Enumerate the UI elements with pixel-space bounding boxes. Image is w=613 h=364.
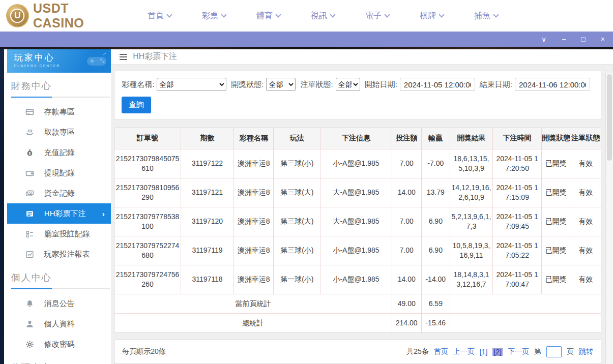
summary-amount: 214.00 [392, 313, 421, 332]
column-header: 下注時間 [493, 128, 542, 149]
table-row: 2152173079778538100 31197120 澳洲幸运8 第三球(大… [114, 207, 601, 236]
lottery-list-icon [25, 209, 34, 218]
cell-order-status: 有效 [570, 207, 601, 236]
nav-item-electronic[interactable]: 電子 [365, 11, 389, 21]
cell-win-loss: 13.79 [421, 178, 450, 207]
cell-order-no: 2152173079724756260 [114, 265, 181, 294]
gear-icon [25, 340, 34, 349]
pagination-controls: 共25条 首页 上一页 [1] [2] 下一页 第 页 跳转 [406, 346, 593, 357]
total-count-text: 共25条 [406, 347, 429, 356]
main-area: HH彩票下注 彩種名稱: 全部 開獎狀態: 全部 注單狀態: 全部 [111, 49, 613, 364]
nav-item-label: 首頁 [148, 11, 164, 21]
filter-panel: 彩種名稱: 全部 開獎狀態: 全部 注單狀態: 全部 開始日期: 結束日期: [114, 71, 601, 120]
sidebar-item-player-bet-report[interactable]: 玩家投注報表 [7, 244, 111, 264]
nav-item-fishing[interactable]: 捕魚 [474, 11, 498, 21]
cell-order-no: 2152173079778538100 [114, 207, 181, 236]
cell-period: 31197122 [181, 149, 233, 178]
hamburger-menu-icon[interactable] [120, 54, 127, 60]
nav-item-boardgames[interactable]: 棋牌 [420, 11, 444, 21]
nav-item-label: 棋牌 [420, 11, 436, 21]
table-row: 2152173079752274680 31197119 澳洲幸运8 第三球(小… [114, 236, 601, 265]
collapse-button[interactable]: ∨ [541, 36, 546, 43]
maximize-button[interactable]: □ [581, 36, 585, 43]
jump-page-input[interactable] [546, 346, 562, 357]
minimize-button[interactable]: − [562, 36, 566, 43]
cell-period: 31197120 [181, 207, 233, 236]
page-1-link[interactable]: [1] [480, 348, 488, 356]
summary-label: 當前頁統計 [114, 294, 392, 313]
cell-lottery: 澳洲幸运8 [234, 236, 274, 265]
nav-item-video[interactable]: 視訊 [311, 11, 335, 21]
sidebar-item-hh-lottery-bets[interactable]: HH彩票下注 › [7, 203, 111, 224]
cell-bet-time: 2024-11-05 17:09:45 [493, 207, 542, 236]
end-date-label: 結束日期: [480, 80, 512, 89]
order-status-label: 注單狀態: [300, 80, 333, 89]
prev-page-link[interactable]: 上一页 [453, 347, 475, 356]
sidebar-item-profile[interactable]: 個人資料 [7, 314, 111, 334]
cell-play: 第三球(大) [274, 207, 320, 236]
sidebar-item-label: 修改密碼 [44, 340, 75, 349]
draw-status-select[interactable]: 全部 [266, 78, 296, 91]
sidebar-item-withdrawal-records[interactable]: 提現記錄 [7, 163, 111, 183]
column-header: 期數 [181, 128, 233, 149]
section-divider [11, 97, 110, 98]
coin-logo-icon: U [6, 4, 29, 27]
column-header: 下注信息 [320, 128, 392, 149]
sidebar-item-change-password[interactable]: 修改密碼 [7, 334, 111, 354]
logo-text: USDT CASINO [33, 1, 121, 31]
cell-result: 18,14,8,3,13,12,16,7 [450, 265, 492, 294]
cell-bet-info: 小-A盤@1.985 [320, 149, 392, 178]
logo[interactable]: U USDT CASINO [6, 1, 121, 31]
sidebar-item-recharge-records[interactable]: $ 充值記錄 [7, 142, 111, 163]
cell-order-no: 2152173079845075610 [114, 149, 181, 178]
summary-label: 總統計 [114, 313, 392, 332]
chevron-down-icon [166, 12, 172, 17]
scrollbar-thumb[interactable] [607, 74, 612, 161]
jump-button[interactable]: 跳转 [579, 347, 593, 356]
jump-label-after: 页 [567, 347, 574, 356]
close-button[interactable]: × [601, 36, 605, 43]
search-button[interactable]: 查詢 [122, 97, 151, 113]
lottery-name-select[interactable]: 全部 [157, 78, 226, 91]
sidebar-item-deposit[interactable]: 存款專區 [7, 102, 111, 122]
summary-empty [450, 313, 601, 332]
cell-draw-status: 已開獎 [542, 236, 570, 265]
sidebar-item-label: 充值記錄 [44, 148, 75, 158]
summary-win-loss: 6.59 [421, 294, 450, 313]
start-date-input[interactable] [400, 78, 475, 91]
end-date-input[interactable] [515, 78, 590, 91]
sidebar-item-room-bet-records[interactable]: 廳室投註記錄 [7, 224, 111, 244]
first-page-link[interactable]: 首页 [434, 347, 448, 356]
cell-play: 第三球(小) [274, 149, 320, 178]
cell-draw-status: 已開獎 [542, 149, 570, 178]
cell-draw-status: 已開獎 [542, 265, 570, 294]
nav-item-label: 電子 [365, 11, 382, 21]
nav-item-lottery[interactable]: 彩票 [202, 11, 226, 21]
cell-result: 18,6,13,15,5,10,3,9 [450, 149, 492, 178]
svg-text:$: $ [28, 151, 31, 155]
cell-bet-info: 大-A盤@1.985 [320, 207, 392, 236]
order-status-select[interactable]: 全部 [336, 78, 360, 91]
breadcrumb: HH彩票下注 [111, 49, 613, 65]
cell-bet-time: 2024-11-05 17:00:47 [493, 265, 542, 294]
cell-win-loss: 6.90 [421, 236, 450, 265]
nav-item-home[interactable]: 首頁 [148, 11, 171, 21]
bank-card-icon [25, 108, 34, 116]
page-size-text: 每頁顯示20條 [122, 347, 166, 356]
money-bag-icon: $ [25, 148, 34, 157]
sidebar-item-label: 資金記錄 [44, 189, 75, 198]
cell-bet-time: 2024-11-05 17:05:22 [493, 236, 542, 265]
cell-order-status: 有效 [570, 149, 601, 178]
sidebar-item-withdraw[interactable]: 取款專區 [7, 122, 111, 142]
cell-lottery: 澳洲幸运8 [234, 265, 274, 294]
table-row: 2152173079845075610 31197122 澳洲幸运8 第三球(小… [114, 149, 601, 178]
page-2-link-current[interactable]: [2] [492, 348, 503, 356]
window-left-border [0, 49, 4, 364]
next-page-link[interactable]: 下一页 [508, 347, 529, 356]
sidebar-item-label: 個人資料 [44, 319, 75, 329]
sidebar-item-funds-records[interactable]: 資金記錄 [7, 183, 111, 203]
sidebar-item-announcements[interactable]: 消息公告 [7, 293, 111, 314]
scrollbar[interactable] [605, 73, 613, 364]
nav-item-sports[interactable]: 體育 [256, 11, 280, 21]
column-header: 玩法 [274, 128, 320, 149]
